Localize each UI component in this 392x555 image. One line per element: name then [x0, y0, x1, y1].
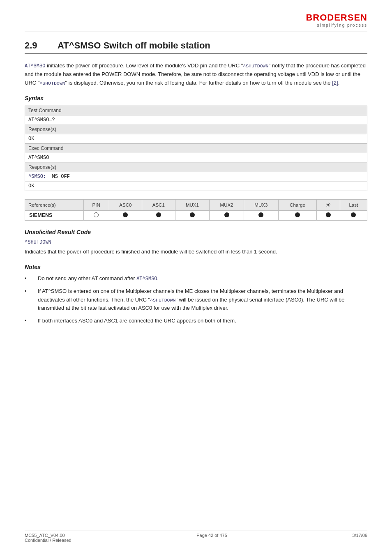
ref-pin-cell [83, 210, 109, 220]
dot-filled-last [351, 212, 356, 217]
ref-col-header-ref: Reference(s) [25, 199, 84, 210]
page-footer: MC55_ATC_V04.00 Confidential / Released … [25, 530, 367, 543]
header-divider [25, 32, 367, 32]
reference-table: Reference(s) PIN ASC0 ASC1 MUX1 MUX2 MUX… [25, 199, 367, 221]
exec-response-label: Response(s) [25, 162, 367, 172]
ref-icon-cell [317, 210, 340, 220]
intro-text-4: . [338, 80, 340, 86]
ref-mux3-cell [244, 210, 278, 220]
notes-heading: Notes [25, 264, 367, 270]
smso-urc-inline: ^SMSO: [28, 174, 46, 180]
test-response-row: OK [25, 134, 367, 143]
note-item-1: Do not send any other AT command after A… [25, 274, 367, 283]
footer-doc-id: MC55_ATC_V04.00 [25, 533, 71, 538]
exec-command-label-row: Exec Command [25, 143, 367, 153]
logo-area: BRODERSEN simplifying process [306, 12, 367, 28]
syntax-heading: Syntax [25, 95, 367, 101]
ref-col-header-asc0: ASC0 [109, 199, 142, 210]
intro-text-1: initiates the power-off procedure. Low l… [45, 62, 243, 69]
exec-command-text: AT^SMSO [25, 153, 367, 162]
dot-filled-mux2 [224, 212, 229, 217]
exec-response1-row: ^SMSO: MS OFF [25, 172, 367, 181]
ref-mux1-cell [175, 210, 210, 220]
ref-charge-cell [278, 210, 317, 220]
footer-page: Page 42 of 475 [196, 533, 227, 543]
ref-siemens-label: SIEMENS [25, 210, 84, 220]
exec-command-row: AT^SMSO [25, 153, 367, 162]
ref-link-2[interactable]: [2] [332, 80, 338, 86]
test-response-label-row: Response(s) [25, 124, 367, 134]
footer-left: MC55_ATC_V04.00 Confidential / Released [25, 533, 71, 543]
at-smso-link-intro[interactable]: AT^SMSO [25, 63, 45, 69]
dot-filled-mux1 [190, 212, 195, 217]
exec-response-label-row: Response(s) [25, 162, 367, 172]
dot-filled-charge [295, 212, 300, 217]
test-response-text: OK [25, 134, 367, 143]
urc-description: Indicates that the power-off procedure i… [25, 248, 367, 256]
ref-asc1-cell [142, 210, 175, 220]
intro-text-3: " is displayed. Otherwise, you run the r… [65, 80, 332, 86]
ref-last-cell [340, 210, 367, 220]
section-heading: 2.9 AT^SMSO Switch off mobile station [25, 40, 367, 54]
dot-filled-mux3 [258, 212, 263, 217]
test-command-text: AT^SMSO=? [25, 115, 367, 124]
ref-col-header-mux3: MUX3 [244, 199, 278, 210]
shutdown-ref-note2: ^SHUTDOWN [150, 297, 175, 303]
exec-command-label: Exec Command [25, 143, 367, 153]
urc-code: ^SHUTDOWN [25, 240, 367, 245]
ref-col-header-last: Last [340, 199, 367, 210]
footer-date: 3/17/06 [352, 533, 367, 543]
dot-filled-asc1 [156, 212, 161, 217]
ref-asc0-cell [109, 210, 142, 220]
exec-response2-text: OK [25, 181, 367, 191]
exec-response1-text: ^SMSO: MS OFF [25, 172, 367, 181]
section-number: 2.9 [25, 40, 45, 51]
note-item-3: If both interfaces ASC0 and ASC1 are con… [25, 317, 367, 325]
test-response-label: Response(s) [25, 124, 367, 134]
note-3-text: If both interfaces ASC0 and ASC1 are con… [38, 317, 236, 325]
ref-col-header-mux2: MUX2 [210, 199, 244, 210]
logo-sub: simplifying process [306, 23, 367, 28]
ref-col-header-mux1: MUX1 [175, 199, 210, 210]
ref-col-header-charge: Charge [278, 199, 317, 210]
footer-confidential: Confidential / Released [25, 538, 71, 543]
dot-empty-pin [94, 212, 99, 217]
page: BRODERSEN simplifying process 2.9 AT^SMS… [0, 0, 392, 555]
section-title: AT^SMSO Switch off mobile station [58, 40, 210, 51]
note-item-2: If AT^SMSO is entered on one of the Mult… [25, 287, 367, 313]
notes-list: Do not send any other AT command after A… [25, 274, 367, 325]
ref-table-header-row: Reference(s) PIN ASC0 ASC1 MUX1 MUX2 MUX… [25, 199, 367, 210]
shutdown-ref1: ^SHUTDOWN [243, 63, 268, 69]
note-1-text: Do not send any other AT command after A… [38, 274, 159, 283]
ref-table-row: SIEMENS [25, 210, 367, 220]
syntax-table: Test Command AT^SMSO=? Response(s) OK Ex… [25, 106, 367, 191]
dot-filled-icon [326, 212, 331, 217]
intro-paragraph: AT^SMSO initiates the power-off procedur… [25, 62, 367, 88]
dot-filled-asc0 [123, 212, 128, 217]
page-header: BRODERSEN simplifying process [25, 12, 367, 28]
ref-col-header-asc1: ASC1 [142, 199, 175, 210]
note-2-text: If AT^SMSO is entered on one of the Mult… [38, 287, 367, 313]
exec-response2-row: OK [25, 181, 367, 191]
test-command-label: Test Command [25, 106, 367, 115]
test-command-row: AT^SMSO=? [25, 115, 367, 124]
ref-col-header-pin: PIN [83, 199, 109, 210]
ref-mux2-cell [210, 210, 244, 220]
ref-col-header-icon: ☀︎ [317, 199, 340, 210]
at-smso-link-note1[interactable]: AT^SMSO [136, 276, 157, 282]
shutdown-ref2: ^SHUTDOWN [39, 81, 65, 86]
logo-text: BRODERSEN [306, 12, 367, 23]
urc-heading: Unsolicited Result Code [25, 229, 367, 235]
test-command-label-row: Test Command [25, 106, 367, 115]
